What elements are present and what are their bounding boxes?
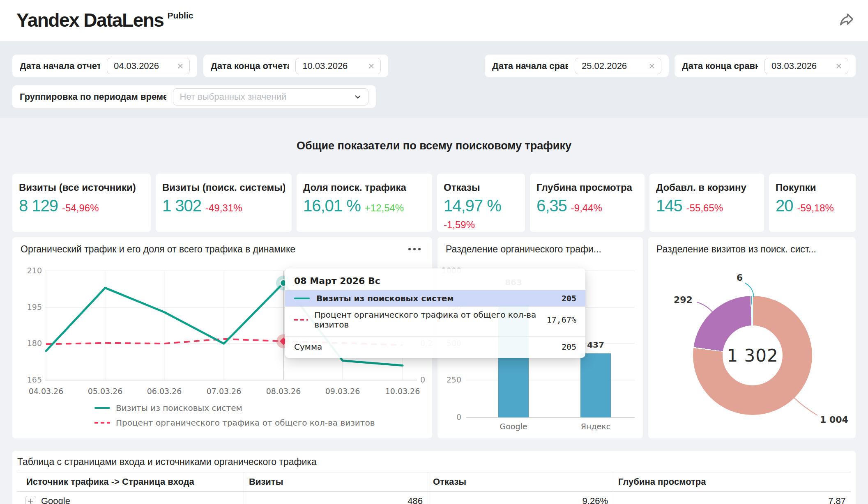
svg-text:08.03.26: 08.03.26 (266, 387, 301, 396)
expand-icon[interactable] (25, 496, 36, 504)
legend-item-percent[interactable]: Процент органического трафика от общего … (94, 418, 375, 428)
table-header-row: Источник трафика -> Страница входа Визит… (17, 472, 851, 492)
clear-icon[interactable] (648, 62, 656, 70)
kpi-value: 1 302 (162, 197, 201, 215)
kpi-row: Визиты (все источники) 8 129-54,96% Визи… (12, 174, 856, 232)
share-icon (838, 12, 855, 27)
filter-report-end: Дата конца отчета 10.03.2026 (203, 55, 388, 77)
filter-label: Дата начала отчета (20, 61, 100, 71)
brand-logo: Yandex DataLensPublic (16, 9, 193, 31)
clear-icon[interactable] (176, 62, 184, 70)
date-input-report-end[interactable]: 10.03.2026 (295, 58, 381, 74)
traffic-table: Источник трафика -> Страница входа Визит… (17, 472, 851, 504)
svg-text:Google: Google (500, 422, 527, 431)
dashboard-page: Yandex DataLensPublic Дата начала отчета… (0, 0, 868, 504)
tooltip-value: 205 (562, 293, 576, 303)
kpi-card-add-to-cart: Добавл. в корзину 145-55,65% (649, 174, 764, 232)
svg-text:180: 180 (27, 339, 42, 348)
kpi-card-purchases: Покупки 20-59,18% (769, 174, 856, 232)
donut-connectors (648, 237, 856, 438)
chart-tooltip: 08 Март 2026 Вс Визиты из поисковых сист… (285, 268, 585, 358)
tooltip-value: 17,67% (547, 315, 576, 325)
public-badge: Public (167, 11, 193, 20)
tooltip-sum-label: Сумма (294, 342, 322, 352)
kpi-delta: +12,54% (365, 202, 404, 214)
svg-text:195: 195 (27, 302, 42, 312)
svg-text:04.03.26: 04.03.26 (29, 387, 64, 396)
kpi-value: 14,97 % (444, 197, 501, 215)
tooltip-date: 08 Март 2026 Вс (285, 268, 585, 290)
filter-label: Дата начала сравне... (492, 61, 568, 71)
cell-depth: 7,87 (613, 492, 851, 504)
donut-label-6: 6 (737, 273, 743, 283)
line-chart-legend: Визиты из поисковых систем Процент орган… (94, 403, 375, 428)
col-header-depth: Глубина просмотра (613, 472, 851, 491)
date-input-compare-end[interactable]: 03.03.2026 (764, 58, 848, 74)
date-value: 04.03.2026 (114, 61, 176, 71)
kpi-card-depth: Глубина просмотра 6,35-9,44% (530, 174, 645, 232)
svg-text:165: 165 (27, 375, 42, 384)
kpi-title: Визиты (все источники) (19, 182, 144, 193)
kpi-delta: -54,96% (62, 202, 99, 214)
svg-text:07.03.26: 07.03.26 (207, 387, 242, 396)
tooltip-label: Визиты из поисковых систем (316, 293, 454, 303)
kpi-value: 20 (776, 197, 793, 215)
cell-visits: 486 (244, 492, 428, 504)
cell-bounce: 9,26% (428, 492, 613, 504)
share-button[interactable] (838, 12, 855, 27)
legend-dash-swatch (94, 422, 110, 424)
kpi-title: Покупки (776, 182, 849, 193)
date-value: 25.02.2026 (582, 61, 648, 71)
filter-label: Дата конца отчета (211, 61, 289, 71)
kpi-value: 6,35 (536, 197, 567, 215)
filter-band: Дата начала отчета 04.03.2026 Дата конца… (0, 41, 868, 118)
tooltip-dash-swatch (294, 319, 308, 321)
svg-text:Яндекс: Яндекс (581, 422, 610, 431)
app-header: Yandex DataLensPublic (0, 0, 868, 41)
tooltip-sum-value: 205 (562, 342, 576, 352)
chevron-down-icon (353, 92, 362, 101)
svg-text:0: 0 (420, 375, 425, 384)
legend-line-swatch (94, 407, 110, 409)
date-value: 03.03.2026 (771, 61, 835, 71)
kpi-title: Доля поиск. трафика (303, 182, 426, 193)
line-chart-title: Органический трафик и его доля от всего … (21, 244, 295, 255)
svg-text:0: 0 (456, 412, 461, 422)
select-placeholder: Нет выбранных значений (180, 92, 354, 102)
filter-report-start: Дата начала отчета 04.03.2026 (12, 55, 197, 77)
svg-text:06.03.26: 06.03.26 (147, 387, 182, 396)
svg-text:250: 250 (447, 375, 461, 384)
tooltip-row-percent: Процент органического трафика от общего … (285, 307, 585, 333)
legend-label: Визиты из поисковых систем (116, 403, 242, 413)
filter-label: Группировка по периодам времени (20, 92, 166, 102)
date-input-compare-start[interactable]: 25.02.2026 (575, 58, 661, 74)
col-header-source: Источник трафика -> Страница входа (17, 472, 244, 491)
kpi-card-search-share: Доля поиск. трафика 16,01 %+12,54% (297, 174, 432, 232)
filter-compare-end: Дата конца сравнен... 03.03.2026 (675, 55, 856, 77)
kpi-delta: -55,65% (686, 202, 723, 214)
kpi-title: Добавл. в корзину (656, 182, 757, 193)
chart-menu-icon[interactable] (408, 248, 421, 250)
clear-icon[interactable] (367, 62, 375, 70)
svg-text:09.03.26: 09.03.26 (325, 387, 360, 396)
kpi-delta: -59,18% (797, 202, 834, 214)
donut-label-1004: 1 004 (820, 415, 848, 425)
table-panel: Таблица с страницами входа и источниками… (12, 451, 856, 504)
kpi-delta: -49,31% (205, 202, 242, 214)
svg-text:437: 437 (587, 340, 604, 350)
kpi-value: 8 129 (19, 197, 58, 215)
tooltip-row-visits: Визиты из поисковых систем 205 (285, 290, 585, 307)
legend-item-visits[interactable]: Визиты из поисковых систем (94, 403, 375, 413)
clear-icon[interactable] (835, 62, 843, 70)
table-row: Google 486 9,26% 7,87 (17, 492, 851, 504)
date-input-report-start[interactable]: 04.03.2026 (107, 58, 190, 74)
grouping-select[interactable]: Нет выбранных значений (173, 88, 369, 105)
kpi-value: 16,01 % (303, 197, 361, 215)
kpi-title: Глубина просмотра (536, 182, 638, 193)
svg-text:05.03.26: 05.03.26 (88, 387, 123, 396)
col-header-visits: Визиты (244, 472, 428, 491)
cell-source: Google (17, 492, 244, 504)
tooltip-line-swatch (294, 298, 310, 299)
bar-yandex[interactable] (580, 353, 611, 417)
kpi-card-visits-search: Визиты (поиск. системы) 1 302-49,31% (156, 174, 292, 232)
